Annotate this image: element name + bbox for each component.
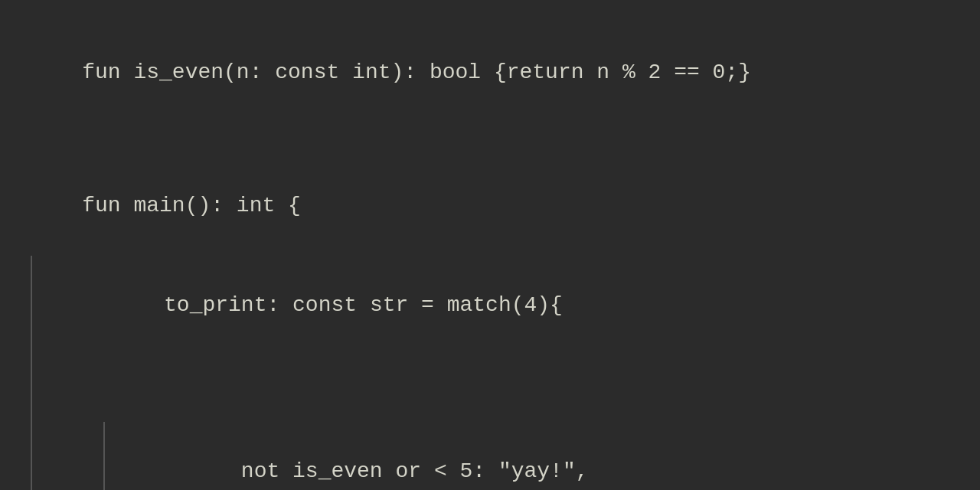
code-text: fun main(): int {	[82, 194, 301, 217]
code-line-5: not is_even or < 5: "yay!",	[31, 422, 949, 490]
code-editor: fun is_even(n: const int): bool {return …	[0, 0, 980, 490]
code-text: fun is_even(n: const int): bool {return …	[82, 60, 751, 84]
code-line-3: fun main(): int {	[31, 156, 949, 256]
code-text: not is_even or < 5: "yay!",	[138, 459, 588, 483]
code-line-1: fun is_even(n: const int): bool {return …	[31, 23, 949, 122]
code-line-2	[31, 122, 949, 155]
code-line-4: to_print: const str = match(4){	[31, 256, 949, 422]
code-text: to_print: const str = match(4){	[113, 293, 563, 317]
